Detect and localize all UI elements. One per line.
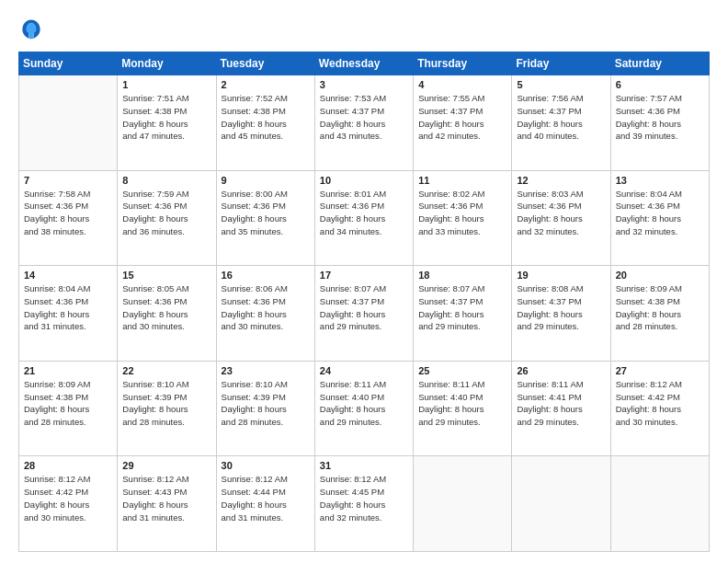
day-info: Sunrise: 8:04 AM Sunset: 4:36 PM Dayligh… [24, 282, 112, 333]
day-info: Sunrise: 8:09 AM Sunset: 4:38 PM Dayligh… [616, 282, 704, 333]
calendar-cell [19, 75, 118, 171]
day-info: Sunrise: 7:56 AM Sunset: 4:37 PM Dayligh… [517, 92, 605, 143]
calendar-table: SundayMondayTuesdayWednesdayThursdayFrid… [18, 52, 710, 552]
weekday-header-tuesday: Tuesday [216, 52, 314, 75]
day-number: 25 [418, 365, 506, 376]
day-info: Sunrise: 7:53 AM Sunset: 4:37 PM Dayligh… [320, 92, 408, 143]
day-number: 9 [222, 175, 310, 186]
calendar-cell: 15Sunrise: 8:05 AM Sunset: 4:36 PM Dayli… [118, 266, 216, 362]
day-number: 28 [24, 460, 112, 471]
weekday-header-friday: Friday [512, 52, 610, 75]
calendar-cell: 13Sunrise: 8:04 AM Sunset: 4:36 PM Dayli… [610, 170, 709, 266]
calendar-cell [512, 456, 610, 552]
day-number: 18 [418, 270, 506, 281]
day-info: Sunrise: 8:05 AM Sunset: 4:36 PM Dayligh… [122, 282, 210, 333]
day-number: 23 [222, 365, 310, 376]
calendar-week-2: 7Sunrise: 7:58 AM Sunset: 4:36 PM Daylig… [19, 170, 710, 266]
calendar-cell: 28Sunrise: 8:12 AM Sunset: 4:42 PM Dayli… [19, 456, 118, 552]
day-info: Sunrise: 7:59 AM Sunset: 4:36 PM Dayligh… [122, 188, 210, 238]
day-number: 3 [320, 79, 408, 90]
day-number: 5 [517, 79, 605, 90]
calendar-week-5: 28Sunrise: 8:12 AM Sunset: 4:42 PM Dayli… [19, 456, 710, 552]
calendar-cell: 24Sunrise: 8:11 AM Sunset: 4:40 PM Dayli… [314, 361, 413, 456]
day-number: 1 [122, 79, 210, 90]
calendar-cell: 29Sunrise: 8:12 AM Sunset: 4:43 PM Dayli… [118, 456, 216, 552]
day-number: 17 [320, 270, 408, 281]
day-info: Sunrise: 8:10 AM Sunset: 4:39 PM Dayligh… [222, 378, 310, 429]
calendar-cell: 31Sunrise: 8:12 AM Sunset: 4:45 PM Dayli… [314, 456, 413, 552]
day-info: Sunrise: 7:58 AM Sunset: 4:36 PM Dayligh… [24, 188, 112, 238]
calendar-cell: 12Sunrise: 8:03 AM Sunset: 4:36 PM Dayli… [512, 170, 610, 266]
day-info: Sunrise: 8:04 AM Sunset: 4:36 PM Dayligh… [616, 188, 704, 238]
day-number: 19 [517, 270, 605, 281]
day-number: 4 [418, 79, 506, 90]
day-info: Sunrise: 8:09 AM Sunset: 4:38 PM Dayligh… [24, 378, 112, 429]
calendar-cell: 20Sunrise: 8:09 AM Sunset: 4:38 PM Dayli… [610, 266, 709, 362]
day-number: 7 [24, 175, 112, 186]
day-number: 8 [122, 175, 210, 186]
day-info: Sunrise: 8:06 AM Sunset: 4:36 PM Dayligh… [222, 282, 310, 333]
header [18, 17, 710, 42]
calendar-cell: 5Sunrise: 7:56 AM Sunset: 4:37 PM Daylig… [512, 75, 610, 171]
day-number: 2 [222, 79, 310, 90]
calendar-cell: 11Sunrise: 8:02 AM Sunset: 4:36 PM Dayli… [414, 170, 512, 266]
day-number: 22 [122, 365, 210, 376]
calendar-cell: 27Sunrise: 8:12 AM Sunset: 4:42 PM Dayli… [610, 361, 709, 456]
day-info: Sunrise: 8:11 AM Sunset: 4:40 PM Dayligh… [320, 378, 408, 429]
calendar-cell: 18Sunrise: 8:07 AM Sunset: 4:37 PM Dayli… [414, 266, 512, 362]
calendar-cell [610, 456, 709, 552]
day-info: Sunrise: 8:10 AM Sunset: 4:39 PM Dayligh… [122, 378, 210, 429]
calendar-cell: 9Sunrise: 8:00 AM Sunset: 4:36 PM Daylig… [216, 170, 314, 266]
calendar-week-3: 14Sunrise: 8:04 AM Sunset: 4:36 PM Dayli… [19, 266, 710, 362]
weekday-header-thursday: Thursday [414, 52, 512, 75]
day-number: 15 [122, 270, 210, 281]
day-number: 21 [24, 365, 112, 376]
calendar-cell: 22Sunrise: 8:10 AM Sunset: 4:39 PM Dayli… [118, 361, 216, 456]
calendar-cell: 30Sunrise: 8:12 AM Sunset: 4:44 PM Dayli… [216, 456, 314, 552]
day-number: 26 [517, 365, 605, 376]
day-number: 31 [320, 460, 408, 471]
calendar-header-row: SundayMondayTuesdayWednesdayThursdayFrid… [19, 52, 710, 75]
day-number: 16 [222, 270, 310, 281]
day-number: 13 [616, 175, 704, 186]
day-info: Sunrise: 8:12 AM Sunset: 4:44 PM Dayligh… [222, 473, 310, 523]
day-info: Sunrise: 7:57 AM Sunset: 4:36 PM Dayligh… [616, 92, 704, 143]
weekday-header-wednesday: Wednesday [314, 52, 413, 75]
calendar-cell: 2Sunrise: 7:52 AM Sunset: 4:38 PM Daylig… [216, 75, 314, 171]
calendar-cell: 6Sunrise: 7:57 AM Sunset: 4:36 PM Daylig… [610, 75, 709, 171]
weekday-header-monday: Monday [118, 52, 216, 75]
calendar-cell: 10Sunrise: 8:01 AM Sunset: 4:36 PM Dayli… [314, 170, 413, 266]
calendar-cell: 3Sunrise: 7:53 AM Sunset: 4:37 PM Daylig… [314, 75, 413, 171]
calendar-cell: 17Sunrise: 8:07 AM Sunset: 4:37 PM Dayli… [314, 266, 413, 362]
weekday-header-sunday: Sunday [19, 52, 118, 75]
day-info: Sunrise: 8:01 AM Sunset: 4:36 PM Dayligh… [320, 188, 408, 238]
logo [18, 17, 48, 42]
day-number: 27 [616, 365, 704, 376]
day-info: Sunrise: 8:12 AM Sunset: 4:45 PM Dayligh… [320, 473, 408, 523]
day-number: 6 [616, 79, 704, 90]
calendar-week-1: 1Sunrise: 7:51 AM Sunset: 4:38 PM Daylig… [19, 75, 710, 171]
logo-icon [18, 17, 44, 42]
day-number: 29 [122, 460, 210, 471]
day-number: 20 [616, 270, 704, 281]
day-info: Sunrise: 8:12 AM Sunset: 4:42 PM Dayligh… [616, 378, 704, 429]
calendar-cell: 23Sunrise: 8:10 AM Sunset: 4:39 PM Dayli… [216, 361, 314, 456]
page: SundayMondayTuesdayWednesdayThursdayFrid… [0, 0, 728, 563]
day-number: 14 [24, 270, 112, 281]
calendar-cell: 7Sunrise: 7:58 AM Sunset: 4:36 PM Daylig… [19, 170, 118, 266]
day-number: 24 [320, 365, 408, 376]
day-number: 12 [517, 175, 605, 186]
day-info: Sunrise: 8:12 AM Sunset: 4:42 PM Dayligh… [24, 473, 112, 523]
day-info: Sunrise: 8:12 AM Sunset: 4:43 PM Dayligh… [122, 473, 210, 523]
calendar-cell: 21Sunrise: 8:09 AM Sunset: 4:38 PM Dayli… [19, 361, 118, 456]
weekday-header-saturday: Saturday [610, 52, 709, 75]
day-number: 30 [222, 460, 310, 471]
day-info: Sunrise: 8:02 AM Sunset: 4:36 PM Dayligh… [418, 188, 506, 238]
calendar-cell: 19Sunrise: 8:08 AM Sunset: 4:37 PM Dayli… [512, 266, 610, 362]
calendar-cell: 26Sunrise: 8:11 AM Sunset: 4:41 PM Dayli… [512, 361, 610, 456]
calendar-cell [414, 456, 512, 552]
day-info: Sunrise: 8:11 AM Sunset: 4:40 PM Dayligh… [418, 378, 506, 429]
day-info: Sunrise: 7:52 AM Sunset: 4:38 PM Dayligh… [222, 92, 310, 143]
day-info: Sunrise: 8:00 AM Sunset: 4:36 PM Dayligh… [222, 188, 310, 238]
day-info: Sunrise: 8:08 AM Sunset: 4:37 PM Dayligh… [517, 282, 605, 333]
